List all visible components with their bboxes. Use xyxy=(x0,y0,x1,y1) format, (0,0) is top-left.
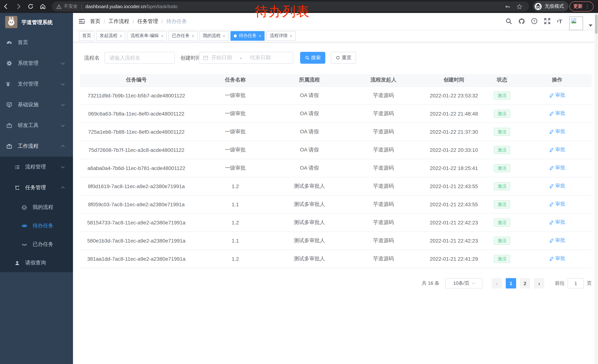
cell-actions: 审批 xyxy=(523,213,592,231)
toolbox-icon xyxy=(6,122,12,129)
table-row: 75d72608-7b7f-11ec-a3c8-acde48001122 一级审… xyxy=(80,141,592,159)
cell-task-id: 75d72608-7b7f-11ec-a3c8-acde48001122 xyxy=(80,141,193,159)
github-icon[interactable] xyxy=(518,18,525,24)
sidebar-item-infra[interactable]: 基础设施 xyxy=(0,94,73,115)
cell-status: 激活 xyxy=(482,141,523,159)
font-size-icon[interactable]: тT xyxy=(556,18,563,24)
edit-icon xyxy=(549,129,554,134)
cell-actions: 审批 xyxy=(523,177,592,195)
cell-process: OA 请假 xyxy=(278,86,341,105)
goto-page-input[interactable] xyxy=(568,278,584,289)
chevron-down-icon xyxy=(61,102,65,106)
date-range-picker[interactable]: 开始日期 - 结束日期 xyxy=(199,52,293,64)
cell-starter: 芋道源码 xyxy=(341,105,426,122)
reset-button[interactable]: 重置 xyxy=(331,52,356,64)
breadcrumb-task-mgmt[interactable]: 任务管理 xyxy=(137,18,158,25)
breadcrumb-home[interactable]: 首页 xyxy=(90,18,100,25)
close-icon[interactable]: × xyxy=(161,33,163,38)
next-page-button[interactable]: › xyxy=(534,278,544,289)
update-button[interactable]: 更新 ⋮ xyxy=(569,1,594,11)
sidebar-item-payment[interactable]: ¥ 支付管理 xyxy=(0,74,73,94)
cell-create-time: 2022-01-21 22:42:23 xyxy=(426,213,482,231)
avatar[interactable] xyxy=(569,16,583,30)
range-separator: - xyxy=(240,55,242,61)
cell-starter: 芋道源码 xyxy=(341,159,426,177)
user-icon xyxy=(15,260,20,266)
prev-page-button[interactable]: ‹ xyxy=(492,278,502,289)
screenshot-root: 不安全 dashboard.yudao.iocoder.cn/bpm/task/… xyxy=(0,0,598,364)
approve-link[interactable]: 审批 xyxy=(549,201,565,208)
tab-todo-tasks[interactable]: 待办任务× xyxy=(231,31,265,40)
approve-link[interactable]: 审批 xyxy=(549,128,565,135)
sidebar-item-todo-tasks[interactable]: 待办任务 xyxy=(0,217,73,235)
forward-icon[interactable] xyxy=(14,0,23,13)
key-icon[interactable] xyxy=(505,4,511,9)
process-name-input[interactable] xyxy=(105,55,174,61)
chevron-down-icon xyxy=(472,281,475,284)
close-icon[interactable]: × xyxy=(223,33,225,38)
page-scrollbar[interactable] xyxy=(595,13,598,364)
kebab-icon[interactable]: ⋮ xyxy=(585,4,590,9)
scrollbar-thumb[interactable] xyxy=(595,15,598,34)
monitor-icon xyxy=(6,102,12,108)
sidebar-item-process-mgmt[interactable]: 流程管理 xyxy=(0,157,73,177)
sidebar-item-home[interactable]: 首页 xyxy=(0,32,73,53)
breadcrumb-workflow[interactable]: 工作流程 xyxy=(108,18,129,25)
hamburger-icon[interactable] xyxy=(78,18,85,26)
star-icon[interactable] xyxy=(516,4,523,9)
tab-form-edit[interactable]: 流程表单-编辑× xyxy=(127,31,167,40)
reload-icon[interactable] xyxy=(26,0,35,13)
close-icon[interactable]: × xyxy=(192,33,194,38)
svg-text:?: ? xyxy=(533,19,535,23)
back-icon[interactable] xyxy=(1,0,10,13)
chevron-down-icon xyxy=(61,61,65,65)
logo-row[interactable]: 芋道管理系统 xyxy=(0,13,73,32)
cell-task-name: 1.1 xyxy=(193,195,278,213)
page-size-select[interactable]: 10条/页 xyxy=(445,278,482,289)
tab-process-detail[interactable]: 流程详情× xyxy=(266,31,295,40)
sidebar-item-leave-query[interactable]: 请假查询 xyxy=(0,254,73,272)
page-button-2[interactable]: 2 xyxy=(520,278,530,289)
tab-done-tasks[interactable]: 已办任务× xyxy=(169,31,198,40)
close-icon[interactable]: × xyxy=(259,33,261,38)
approve-link[interactable]: 审批 xyxy=(549,237,565,244)
approve-link[interactable]: 审批 xyxy=(549,165,565,171)
status-badge: 激活 xyxy=(494,200,510,208)
sidebar-item-done-tasks[interactable]: 已办任务 xyxy=(0,235,73,254)
approve-link[interactable]: 审批 xyxy=(549,110,565,117)
edit-icon xyxy=(549,220,554,225)
approve-link[interactable]: 审批 xyxy=(549,183,565,189)
avatar-caret-icon[interactable] xyxy=(589,24,592,27)
tab-start-process[interactable]: 发起流程× xyxy=(96,31,125,40)
help-icon[interactable]: ? xyxy=(531,18,538,24)
table-row: a6aba0a4-7b6d-11ec-b781-acde48001122 一级审… xyxy=(80,159,592,177)
sidebar-item-system[interactable]: 系统管理 xyxy=(0,53,73,74)
fullscreen-icon[interactable] xyxy=(544,18,551,24)
cell-create-time: 2022-01-22 21:48:48 xyxy=(426,105,482,122)
sidebar-item-devtools[interactable]: 研发工具 xyxy=(0,115,73,136)
cell-starter: 芋道源码 xyxy=(341,141,426,159)
cell-task-name: 一级审批 xyxy=(193,122,278,141)
search-icon[interactable] xyxy=(505,18,512,24)
cell-status: 激活 xyxy=(482,86,523,105)
approve-link[interactable]: 审批 xyxy=(549,219,565,226)
tab-home[interactable]: 首页 xyxy=(79,31,94,40)
close-icon[interactable]: × xyxy=(120,33,122,38)
approve-link[interactable]: 审批 xyxy=(549,146,565,153)
cell-status: 激活 xyxy=(482,159,523,177)
page-button-1[interactable]: 1 xyxy=(506,278,516,289)
search-button[interactable]: 搜索 xyxy=(300,52,325,64)
edit-icon xyxy=(549,202,554,207)
close-icon[interactable]: × xyxy=(290,33,292,38)
cell-task-id: 58154733-7ac8-11ec-a9e2-a2380e71991a xyxy=(80,213,193,231)
tab-my-process[interactable]: 我的流程× xyxy=(199,31,229,40)
briefcase-icon xyxy=(6,143,12,149)
home-icon[interactable] xyxy=(38,0,47,13)
cell-starter: 芋道源码 xyxy=(341,213,426,231)
approve-link[interactable]: 审批 xyxy=(549,255,565,262)
sidebar-item-my-process[interactable]: 我的流程 xyxy=(0,198,73,217)
goto-label: 前往 xyxy=(555,280,565,287)
sidebar-item-workflow[interactable]: 工作流程 xyxy=(0,136,73,157)
sidebar-item-task-mgmt[interactable]: 任务管理 xyxy=(0,177,73,198)
approve-link[interactable]: 审批 xyxy=(549,92,565,99)
